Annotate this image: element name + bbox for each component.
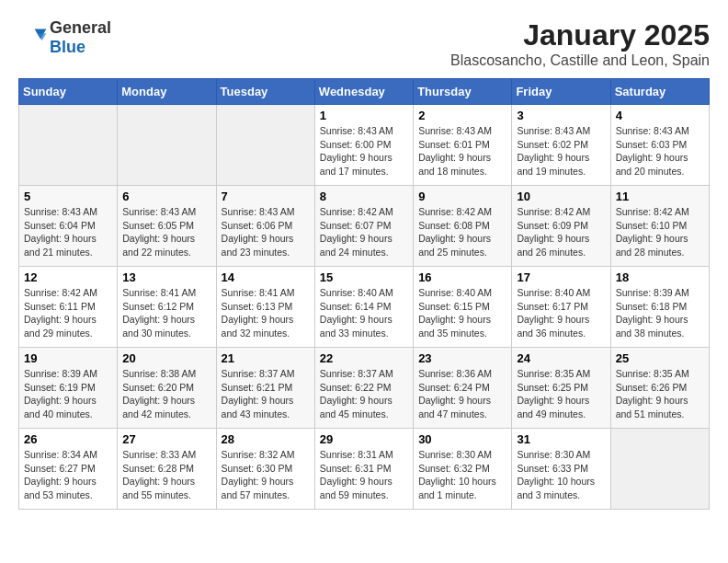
daylight-text: Daylight: 9 hours and 57 minutes. xyxy=(222,476,294,500)
sunset-text: Sunset: 6:03 PM xyxy=(616,139,688,150)
sunrise-text: Sunrise: 8:43 AM xyxy=(616,125,689,136)
sunset-text: Sunset: 6:08 PM xyxy=(418,220,490,231)
calendar-title: January 2025 xyxy=(450,18,710,52)
sunrise-text: Sunrise: 8:39 AM xyxy=(24,368,97,379)
day-number: 9 xyxy=(418,190,506,203)
calendar-week-4: 19 Sunrise: 8:39 AM Sunset: 6:19 PM Dayl… xyxy=(19,348,710,429)
daylight-text: Daylight: 9 hours and 40 minutes. xyxy=(24,395,97,419)
daylight-text: Daylight: 9 hours and 51 minutes. xyxy=(616,395,688,419)
sunrise-text: Sunrise: 8:30 AM xyxy=(418,449,492,460)
calendar-cell: 31 Sunrise: 8:30 AM Sunset: 6:33 PM Dayl… xyxy=(512,429,610,510)
day-detail: Sunrise: 8:43 AM Sunset: 6:04 PM Dayligh… xyxy=(24,205,112,259)
sunset-text: Sunset: 6:13 PM xyxy=(222,301,293,312)
day-number: 7 xyxy=(222,190,310,203)
sunset-text: Sunset: 6:00 PM xyxy=(320,139,392,150)
calendar-cell: 27 Sunrise: 8:33 AM Sunset: 6:28 PM Dayl… xyxy=(118,429,216,510)
sunrise-text: Sunrise: 8:43 AM xyxy=(122,206,196,217)
sunset-text: Sunset: 6:31 PM xyxy=(320,463,392,474)
calendar-cell: 12 Sunrise: 8:42 AM Sunset: 6:11 PM Dayl… xyxy=(19,267,118,348)
sunrise-text: Sunrise: 8:32 AM xyxy=(222,449,295,460)
calendar-cell: 23 Sunrise: 8:36 AM Sunset: 6:24 PM Dayl… xyxy=(414,348,512,429)
day-detail: Sunrise: 8:40 AM Sunset: 6:14 PM Dayligh… xyxy=(320,286,408,340)
day-number: 20 xyxy=(122,351,210,365)
day-number: 3 xyxy=(517,109,605,122)
calendar-cell: 25 Sunrise: 8:35 AM Sunset: 6:26 PM Dayl… xyxy=(610,348,709,429)
sunrise-text: Sunrise: 8:37 AM xyxy=(320,368,393,379)
sunrise-text: Sunrise: 8:42 AM xyxy=(418,206,492,217)
day-number: 11 xyxy=(616,190,704,203)
sunrise-text: Sunrise: 8:42 AM xyxy=(517,206,590,217)
day-detail: Sunrise: 8:40 AM Sunset: 6:17 PM Dayligh… xyxy=(517,286,605,340)
day-detail: Sunrise: 8:39 AM Sunset: 6:18 PM Dayligh… xyxy=(616,286,704,340)
calendar-subtitle: Blascosancho, Castille and Leon, Spain xyxy=(450,52,710,69)
day-detail: Sunrise: 8:38 AM Sunset: 6:20 PM Dayligh… xyxy=(122,367,210,421)
day-detail: Sunrise: 8:43 AM Sunset: 6:05 PM Dayligh… xyxy=(122,205,210,259)
sunset-text: Sunset: 6:25 PM xyxy=(517,382,588,393)
calendar-cell: 13 Sunrise: 8:41 AM Sunset: 6:12 PM Dayl… xyxy=(118,267,216,348)
sunset-text: Sunset: 6:02 PM xyxy=(517,139,588,150)
day-number: 15 xyxy=(320,270,408,284)
calendar-week-1: 1 Sunrise: 8:43 AM Sunset: 6:00 PM Dayli… xyxy=(19,105,710,186)
app-logo: General Blue xyxy=(18,18,111,57)
calendar-week-5: 26 Sunrise: 8:34 AM Sunset: 6:27 PM Dayl… xyxy=(19,429,710,510)
calendar-cell xyxy=(216,105,314,186)
sunset-text: Sunset: 6:32 PM xyxy=(418,463,490,474)
sunset-text: Sunset: 6:12 PM xyxy=(122,301,194,312)
calendar-cell: 9 Sunrise: 8:42 AM Sunset: 6:08 PM Dayli… xyxy=(414,186,512,267)
day-detail: Sunrise: 8:43 AM Sunset: 6:03 PM Dayligh… xyxy=(616,124,704,178)
day-number: 27 xyxy=(122,432,210,446)
day-detail: Sunrise: 8:36 AM Sunset: 6:24 PM Dayligh… xyxy=(418,367,506,421)
sunset-text: Sunset: 6:06 PM xyxy=(222,220,293,231)
sunrise-text: Sunrise: 8:43 AM xyxy=(418,125,492,136)
sunset-text: Sunset: 6:22 PM xyxy=(320,382,392,393)
daylight-text: Daylight: 9 hours and 32 minutes. xyxy=(222,314,294,339)
weekday-header-saturday: Saturday xyxy=(610,79,709,105)
calendar-cell: 4 Sunrise: 8:43 AM Sunset: 6:03 PM Dayli… xyxy=(610,105,709,186)
day-detail: Sunrise: 8:43 AM Sunset: 6:02 PM Dayligh… xyxy=(517,124,605,178)
calendar-cell: 21 Sunrise: 8:37 AM Sunset: 6:21 PM Dayl… xyxy=(216,348,314,429)
day-detail: Sunrise: 8:43 AM Sunset: 6:01 PM Dayligh… xyxy=(418,124,506,178)
logo-blue-text: Blue xyxy=(50,38,85,56)
daylight-text: Daylight: 9 hours and 17 minutes. xyxy=(320,152,392,177)
calendar-cell: 3 Sunrise: 8:43 AM Sunset: 6:02 PM Dayli… xyxy=(512,105,610,186)
daylight-text: Daylight: 9 hours and 55 minutes. xyxy=(122,476,195,500)
daylight-text: Daylight: 9 hours and 49 minutes. xyxy=(517,395,589,419)
daylight-text: Daylight: 9 hours and 22 minutes. xyxy=(122,233,195,258)
sunrise-text: Sunrise: 8:42 AM xyxy=(320,206,393,217)
sunset-text: Sunset: 6:11 PM xyxy=(24,301,96,312)
daylight-text: Daylight: 9 hours and 29 minutes. xyxy=(24,314,97,339)
day-number: 6 xyxy=(122,190,210,203)
sunrise-text: Sunrise: 8:43 AM xyxy=(320,125,393,136)
day-detail: Sunrise: 8:37 AM Sunset: 6:22 PM Dayligh… xyxy=(320,367,408,421)
calendar-cell: 30 Sunrise: 8:30 AM Sunset: 6:32 PM Dayl… xyxy=(414,429,512,510)
sunrise-text: Sunrise: 8:40 AM xyxy=(418,287,492,298)
day-number: 23 xyxy=(418,351,506,365)
page-header: General Blue January 2025 Blascosancho, … xyxy=(18,18,710,69)
day-detail: Sunrise: 8:43 AM Sunset: 6:00 PM Dayligh… xyxy=(320,124,408,178)
sunrise-text: Sunrise: 8:35 AM xyxy=(616,368,689,379)
logo-icon xyxy=(18,23,48,52)
sunrise-text: Sunrise: 8:38 AM xyxy=(122,368,196,379)
daylight-text: Daylight: 9 hours and 28 minutes. xyxy=(616,233,688,258)
day-number: 31 xyxy=(517,432,605,446)
day-detail: Sunrise: 8:41 AM Sunset: 6:12 PM Dayligh… xyxy=(122,286,210,340)
sunset-text: Sunset: 6:15 PM xyxy=(418,301,490,312)
daylight-text: Daylight: 9 hours and 25 minutes. xyxy=(418,233,491,258)
day-detail: Sunrise: 8:42 AM Sunset: 6:09 PM Dayligh… xyxy=(517,205,605,259)
calendar-cell: 22 Sunrise: 8:37 AM Sunset: 6:22 PM Dayl… xyxy=(314,348,413,429)
day-detail: Sunrise: 8:43 AM Sunset: 6:06 PM Dayligh… xyxy=(222,205,310,259)
day-number: 8 xyxy=(320,190,408,203)
day-number: 29 xyxy=(320,432,408,446)
sunset-text: Sunset: 6:19 PM xyxy=(24,382,96,393)
daylight-text: Daylight: 9 hours and 23 minutes. xyxy=(222,233,294,258)
sunrise-text: Sunrise: 8:31 AM xyxy=(320,449,393,460)
sunset-text: Sunset: 6:30 PM xyxy=(222,463,293,474)
sunrise-text: Sunrise: 8:34 AM xyxy=(24,449,97,460)
sunset-text: Sunset: 6:33 PM xyxy=(517,463,588,474)
sunset-text: Sunset: 6:21 PM xyxy=(222,382,293,393)
day-number: 12 xyxy=(24,270,112,284)
day-detail: Sunrise: 8:31 AM Sunset: 6:31 PM Dayligh… xyxy=(320,448,408,502)
calendar-cell: 20 Sunrise: 8:38 AM Sunset: 6:20 PM Dayl… xyxy=(118,348,216,429)
calendar-cell: 15 Sunrise: 8:40 AM Sunset: 6:14 PM Dayl… xyxy=(314,267,413,348)
calendar-cell: 5 Sunrise: 8:43 AM Sunset: 6:04 PM Dayli… xyxy=(19,186,118,267)
